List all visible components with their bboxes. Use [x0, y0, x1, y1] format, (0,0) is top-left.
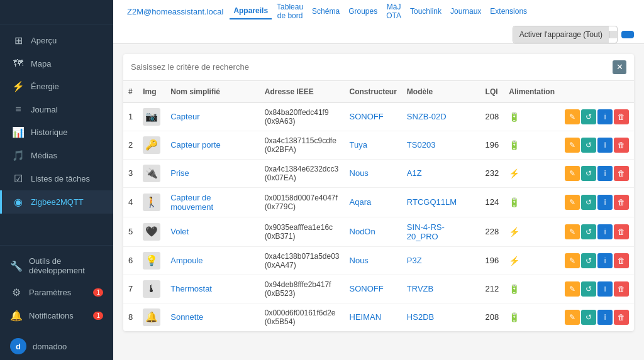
info-btn[interactable]: i — [597, 281, 613, 297]
topnav-tab-tableau-de-bord[interactable]: Tableau de bord — [273, 0, 307, 23]
config-btn[interactable]: ↺ — [581, 109, 596, 124]
device-image: 🖤 — [143, 223, 160, 241]
info-btn[interactable]: i — [597, 224, 613, 239]
sidebar-footer-item-params[interactable]: ⚙ Paramètres1 — [0, 281, 113, 304]
table-area: ✕ #ImgNom simplifiéAdresse IEEEConstruct… — [113, 44, 644, 360]
topnav-tab-groupes[interactable]: Groupes — [345, 4, 381, 18]
search-input[interactable] — [131, 62, 613, 72]
delete-btn[interactable]: 🗑 — [614, 281, 629, 297]
sidebar-item-user[interactable]: d domadoo — [0, 332, 113, 360]
device-image: 🔑 — [143, 136, 160, 154]
row-manufacturer[interactable]: HEIMAN — [345, 303, 402, 331]
row-name[interactable]: Sonnette — [165, 303, 260, 331]
sidebar-item-journal[interactable]: ≡ Journal — [0, 98, 113, 121]
config-btn[interactable]: ↺ — [581, 195, 596, 210]
row-manufacturer[interactable]: NodOn — [345, 217, 402, 246]
row-model[interactable]: A1Z — [402, 159, 480, 187]
sidebar-item-mapa[interactable]: 🗺 Mapa — [0, 52, 113, 75]
edit-btn[interactable]: ✎ — [565, 138, 580, 153]
edit-btn[interactable]: ✎ — [565, 310, 580, 325]
config-btn[interactable]: ↺ — [581, 166, 596, 181]
topnav-local-link[interactable]: Z2M@homeassistant.local — [123, 4, 227, 19]
row-power: ⚡ — [504, 159, 560, 187]
config-btn[interactable]: ↺ — [581, 310, 596, 325]
sidebar-footer-item-dev-tools[interactable]: 🔧 Outils de développement — [0, 251, 113, 281]
row-manufacturer[interactable]: SONOFF — [345, 102, 402, 131]
search-clear-btn[interactable]: ✕ — [613, 60, 626, 74]
medias-icon: 🎵 — [12, 150, 25, 161]
delete-btn[interactable]: 🗑 — [614, 195, 629, 210]
topnav-tab-maj-ota[interactable]: MàJ OTA — [382, 0, 405, 23]
row-name[interactable]: Capteur — [165, 102, 260, 131]
row-manufacturer[interactable]: Nous — [345, 159, 402, 187]
apercu-icon: ⊞ — [12, 35, 25, 46]
config-btn[interactable]: ↺ — [581, 281, 596, 297]
col-header: Constructeur — [345, 81, 402, 103]
row-model[interactable]: RTCGQ11LM — [402, 187, 480, 217]
settings-icon-btn[interactable] — [495, 32, 500, 37]
row-manufacturer[interactable]: SONOFF — [345, 275, 402, 303]
row-model[interactable]: TS0203 — [402, 131, 480, 159]
config-btn[interactable]: ↺ — [581, 253, 596, 268]
delete-btn[interactable]: 🗑 — [614, 166, 629, 181]
edit-btn[interactable]: ✎ — [565, 166, 580, 181]
row-manufacturer[interactable]: Aqara — [345, 187, 402, 217]
sidebar-item-energie[interactable]: ⚡ Énergie — [0, 75, 113, 98]
edit-btn[interactable]: ✎ — [565, 281, 580, 297]
pairing-main-btn[interactable]: Activer l'appairage (Tout) — [513, 26, 609, 43]
row-model[interactable]: SNZB-02D — [402, 102, 480, 131]
sidebar-item-listes[interactable]: ☑ Listes de tâches — [0, 167, 113, 190]
config-btn[interactable]: ↺ — [581, 138, 596, 153]
row-power: 🔋 — [504, 187, 560, 217]
sidebar-item-zigbee[interactable]: ◉ Zigbee2MQTT — [0, 190, 113, 214]
config-btn[interactable]: ↺ — [581, 224, 596, 239]
sidebar-footer-item-notifs[interactable]: 🔔 Notifications1 — [0, 304, 113, 327]
sidebar-item-label: Journal — [31, 105, 58, 114]
delete-btn[interactable]: 🗑 — [614, 109, 629, 124]
info-btn[interactable]: i — [597, 109, 613, 124]
topnav-tab-journaux[interactable]: Journaux — [447, 4, 485, 18]
col-header: Modèle — [402, 81, 480, 103]
row-manufacturer[interactable]: Nous — [345, 246, 402, 275]
topnav-tab-touchlink[interactable]: Touchlink — [406, 4, 445, 18]
row-name[interactable]: Capteur porte — [165, 131, 260, 159]
info-btn[interactable]: i — [597, 138, 613, 153]
row-power: 🔋 — [504, 131, 560, 159]
row-model[interactable]: SIN-4-RS-20_PRO — [402, 217, 480, 246]
topnav-tab-appareils[interactable]: Appareils — [230, 4, 272, 19]
row-actions: ✎ ↺ i 🗑 — [560, 246, 634, 275]
edit-btn[interactable]: ✎ — [565, 195, 580, 210]
sidebar-item-historique[interactable]: 📊 Historique — [0, 121, 113, 144]
row-name[interactable]: Volet — [165, 217, 260, 246]
edit-btn[interactable]: ✎ — [565, 109, 580, 124]
row-name[interactable]: Ampoule — [165, 246, 260, 275]
delete-btn[interactable]: 🗑 — [614, 224, 629, 239]
delete-btn[interactable]: 🗑 — [614, 253, 629, 268]
row-power: 🔋 — [504, 303, 560, 331]
row-lqi: 228 — [480, 217, 504, 246]
pairing-dropdown-btn[interactable] — [609, 31, 617, 38]
topnav-tab-extensions[interactable]: Extensions — [486, 4, 531, 18]
flag-icon-btn[interactable] — [504, 32, 509, 37]
info-btn[interactable]: i — [597, 195, 613, 210]
sidebar-item-apercu[interactable]: ⊞ Aperçu — [0, 29, 113, 52]
refresh-btn[interactable] — [621, 31, 634, 38]
row-name[interactable]: Prise — [165, 159, 260, 187]
info-btn[interactable]: i — [597, 166, 613, 181]
row-name[interactable]: Thermostat — [165, 275, 260, 303]
edit-btn[interactable]: ✎ — [565, 253, 580, 268]
row-model[interactable]: TRVZB — [402, 275, 480, 303]
row-name[interactable]: Capteur de mouvement — [165, 187, 260, 217]
topnav-tab-schema[interactable]: Schéma — [308, 4, 343, 18]
row-model[interactable]: HS2DB — [402, 303, 480, 331]
notifs-icon: 🔔 — [10, 310, 23, 322]
table-row: 8🔔Sonnette0x000d6f00161f6d2e (0x5B54)HEI… — [123, 303, 634, 331]
edit-btn[interactable]: ✎ — [565, 224, 580, 239]
info-btn[interactable]: i — [597, 310, 613, 325]
info-btn[interactable]: i — [597, 253, 613, 268]
delete-btn[interactable]: 🗑 — [614, 310, 629, 325]
sidebar-item-medias[interactable]: 🎵 Médias — [0, 144, 113, 167]
row-model[interactable]: P3Z — [402, 246, 480, 275]
delete-btn[interactable]: 🗑 — [614, 138, 629, 153]
row-manufacturer[interactable]: Tuya — [345, 131, 402, 159]
